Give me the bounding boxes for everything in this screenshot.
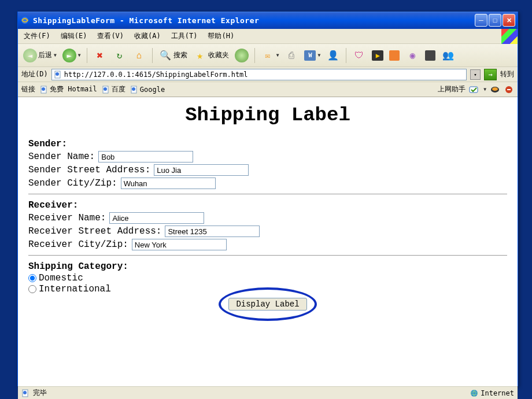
refresh-button[interactable]: ↻: [111, 47, 128, 64]
menu-tools[interactable]: 工具(T): [169, 30, 200, 42]
receiver-name-input[interactable]: [109, 212, 204, 224]
receiver-street-label: Receiver Street Address:: [28, 226, 161, 237]
window-buttons: ─ □ ✕: [475, 14, 515, 27]
titlebar: ShippingLableForm - Microsoft Internet E…: [18, 12, 518, 29]
security-zone: Internet: [470, 389, 514, 397]
sender-city-label: Sender City/Zip:: [28, 178, 117, 189]
separator: [152, 48, 153, 63]
address-input[interactable]: http://127.0.0.1:4615/ShippingLabelForm.…: [51, 69, 467, 80]
helper-icon-3[interactable]: [504, 85, 514, 94]
edit-word-button[interactable]: W▼: [302, 49, 322, 62]
helper-icon-2[interactable]: [490, 85, 500, 94]
msn-button[interactable]: 👥: [439, 47, 457, 64]
internet-zone-icon: [470, 389, 478, 397]
search-button[interactable]: 🔍搜索: [157, 47, 189, 64]
forward-button[interactable]: ►▼: [61, 47, 83, 64]
page-icon: [54, 71, 62, 79]
status-text: 完毕: [33, 388, 47, 398]
sender-name-input[interactable]: [98, 151, 193, 162]
svg-point-6: [104, 87, 107, 91]
links-right: 上网助手 ▼: [438, 84, 514, 94]
go-button[interactable]: →: [484, 69, 497, 80]
print-button[interactable]: ⎙: [283, 47, 300, 64]
browser-window: ShippingLableForm - Microsoft Internet E…: [17, 12, 518, 386]
international-radio[interactable]: [28, 285, 36, 293]
svg-rect-13: [507, 89, 511, 90]
windows-flag-icon: [501, 29, 518, 44]
display-label-button[interactable]: Display Label: [228, 298, 306, 311]
toolbar: ◄后退▼ ►▼ ✖ ↻ ⌂ 🔍搜索 ★收藏夹 ✉▼ ⎙ W▼ 👤 🛡 ▶ ◉ 👥: [18, 44, 518, 67]
separator: [254, 48, 255, 63]
mail-button[interactable]: ✉▼: [259, 47, 281, 64]
stop-button[interactable]: ✖: [91, 47, 109, 64]
home-button[interactable]: ⌂: [131, 47, 148, 64]
tool-icon-5[interactable]: [423, 49, 437, 62]
messenger-button[interactable]: 👤: [324, 47, 342, 64]
divider: [28, 194, 507, 194]
search-label: 搜索: [173, 50, 187, 60]
minimize-button[interactable]: ─: [475, 14, 487, 27]
menu-view[interactable]: 查看(V): [95, 30, 126, 42]
sender-heading: Sender:: [28, 139, 507, 149]
international-label: International: [39, 284, 111, 294]
receiver-street-input[interactable]: [165, 226, 260, 237]
tool-icon-3[interactable]: [387, 49, 401, 62]
separator: [87, 48, 87, 63]
link-baidu[interactable]: 百度: [102, 84, 125, 94]
svg-point-8: [132, 87, 135, 91]
address-dropdown[interactable]: ▾: [470, 69, 481, 80]
svg-point-11: [492, 87, 498, 91]
svg-rect-9: [470, 87, 478, 93]
menubar: 文件(F) 编辑(E) 查看(V) 收藏(A) 工具(T) 帮助(H): [18, 29, 518, 44]
menu-help[interactable]: 帮助(H): [205, 30, 237, 42]
page-heading: Shipping Label: [28, 104, 507, 126]
page-icon: [102, 86, 110, 94]
favorites-label: 收藏夹: [208, 50, 229, 60]
receiver-city-label: Receiver City/Zip:: [28, 239, 128, 250]
page-icon: [40, 86, 48, 94]
net-helper-label: 上网助手: [438, 84, 466, 94]
url-text: http://127.0.0.1:4615/ShippingLabelForm.…: [64, 71, 464, 79]
separator: [346, 48, 346, 63]
tool-icon-4[interactable]: ◉: [404, 47, 421, 64]
sender-city-input[interactable]: [121, 178, 216, 189]
receiver-city-input[interactable]: [132, 239, 227, 250]
tool-icon-1[interactable]: 🛡: [350, 47, 368, 64]
address-label: 地址(D): [21, 69, 48, 79]
domestic-label: Domestic: [39, 273, 83, 283]
ie-icon: [20, 16, 29, 25]
page-icon: [130, 86, 138, 94]
link-hotmail[interactable]: 免费 Hotmail: [40, 84, 97, 94]
receiver-heading: Receiver:: [28, 200, 507, 210]
close-button[interactable]: ✕: [503, 14, 515, 27]
favorites-button[interactable]: ★收藏夹: [191, 47, 231, 64]
history-button[interactable]: [233, 47, 250, 64]
link-google[interactable]: Google: [130, 86, 165, 94]
go-label: 转到: [500, 69, 514, 79]
svg-point-16: [471, 390, 478, 397]
helper-icon-1[interactable]: [469, 85, 479, 94]
back-button[interactable]: ◄后退▼: [21, 47, 58, 64]
links-label: 链接: [21, 84, 35, 94]
sender-name-label: Sender Name:: [28, 152, 95, 162]
menu-favorites[interactable]: 收藏(A): [132, 30, 163, 42]
sender-street-input[interactable]: [154, 164, 249, 176]
svg-point-15: [23, 391, 27, 394]
helper-dropdown[interactable]: ▼: [483, 87, 486, 92]
page-icon: [21, 389, 29, 397]
tool-icon-2[interactable]: ▶: [370, 49, 385, 62]
menu-edit[interactable]: 编辑(E): [58, 30, 90, 42]
submit-area: Display Label: [28, 298, 507, 311]
divider: [28, 255, 507, 256]
category-heading: Shipping Category:: [28, 261, 507, 272]
maximize-button[interactable]: □: [489, 14, 501, 27]
link-label: 百度: [112, 84, 125, 94]
window-title: ShippingLableForm - Microsoft Internet E…: [33, 16, 475, 25]
domestic-radio[interactable]: [28, 274, 36, 282]
link-label: Google: [140, 86, 165, 94]
back-label: 后退: [38, 50, 52, 60]
page-content: Shipping Label Sender: Sender Name: Send…: [18, 97, 518, 386]
svg-point-2: [56, 72, 59, 76]
menu-file[interactable]: 文件(F): [21, 30, 53, 42]
statusbar: 完毕 Internet: [18, 386, 518, 399]
